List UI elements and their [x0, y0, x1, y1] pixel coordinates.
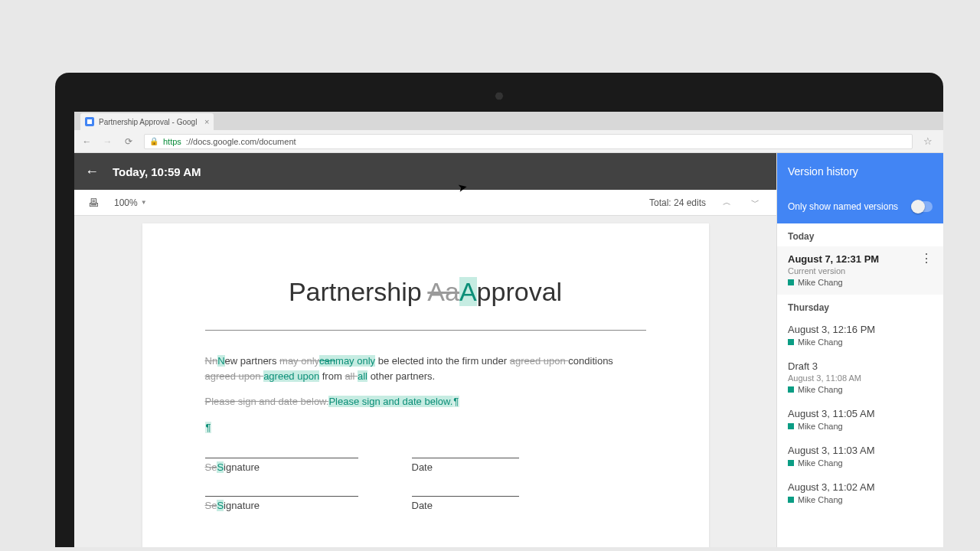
- inserted-struck-text: can: [319, 355, 335, 367]
- version-time: August 3, 11:05 AM: [788, 408, 933, 419]
- deleted-text: Se: [205, 461, 217, 473]
- pilcrow-icon: ¶: [205, 422, 212, 433]
- zoom-value: 100%: [114, 197, 138, 208]
- inserted-text: S: [217, 461, 224, 473]
- deleted-text: all: [345, 370, 358, 382]
- editor-name: Mike Chang: [798, 422, 843, 431]
- version-time: August 7, 12:31 PM: [788, 253, 879, 265]
- date-field: Date: [412, 496, 519, 511]
- document-canvas[interactable]: Partnership AaApproval NnNew partners ma…: [74, 216, 776, 547]
- editor-name: Mike Chang: [798, 278, 843, 287]
- laptop-camera: [496, 93, 503, 99]
- body-text: ignature: [224, 500, 260, 511]
- editor-name: Mike Chang: [798, 337, 843, 347]
- named-versions-toggle-row: Only show named versions: [777, 190, 943, 223]
- reload-icon[interactable]: ⟳: [123, 136, 133, 147]
- back-icon[interactable]: ←: [82, 136, 92, 147]
- version-time: August 3, 11:08 AM: [788, 373, 933, 383]
- toggle-switch[interactable]: [911, 201, 933, 212]
- print-icon[interactable]: 🖶: [88, 197, 99, 209]
- paragraph: NnNew partners may onlycanmay only be el…: [205, 354, 646, 383]
- version-editor: Mike Chang: [788, 385, 933, 394]
- editor-color-chip: [788, 339, 794, 345]
- version-time: August 3, 11:03 AM: [788, 445, 933, 456]
- pilcrow-icon: ¶: [452, 396, 459, 407]
- version-item-current[interactable]: August 7, 12:31 PM ⋮ Current version Mik…: [777, 246, 943, 295]
- back-arrow-icon[interactable]: ←: [85, 164, 99, 180]
- version-item[interactable]: August 3, 11:05 AM Mike Chang: [777, 402, 943, 439]
- body-text: from: [319, 370, 345, 382]
- title-insertion: A: [459, 277, 477, 306]
- document-page: Partnership AaApproval NnNew partners ma…: [142, 223, 709, 547]
- version-item[interactable]: Draft 3 August 3, 11:08 AM Mike Chang: [777, 354, 943, 402]
- version-editor: Mike Chang: [788, 495, 933, 504]
- paragraph: ¶: [205, 420, 646, 435]
- inserted-text: all: [358, 370, 368, 382]
- panel-title: Version history: [777, 153, 943, 190]
- close-icon[interactable]: ×: [204, 117, 209, 126]
- version-name: Draft 3: [788, 360, 933, 372]
- title-text: Partnership: [289, 277, 427, 306]
- inserted-text: S: [217, 500, 224, 511]
- toggle-label: Only show named versions: [788, 201, 898, 212]
- title-deletion: Aa: [427, 277, 459, 306]
- day-group-label: Thursday: [777, 295, 943, 318]
- divider: [205, 330, 646, 331]
- version-editor: Mike Chang: [788, 422, 933, 431]
- editor-name: Mike Chang: [798, 495, 843, 504]
- version-item[interactable]: August 3, 12:16 PM Mike Chang: [777, 318, 943, 354]
- browser-toolbar: ← → ⟳ 🔒 https://docs.google.com/document…: [74, 130, 943, 153]
- next-edit-icon[interactable]: ﹀: [748, 194, 763, 211]
- title-text: pproval: [477, 277, 563, 306]
- editor-color-chip: [788, 386, 794, 393]
- body-text: conditions: [568, 355, 613, 367]
- deleted-text: agreed upon: [510, 355, 569, 367]
- day-group-label: Today: [777, 223, 943, 246]
- signature-row: SeSignature Date: [205, 458, 646, 473]
- version-time: August 3, 12:16 PM: [788, 324, 933, 335]
- version-timestamp: Today, 10:59 AM: [113, 165, 201, 178]
- docs-favicon: [85, 117, 94, 126]
- lock-icon: 🔒: [149, 137, 158, 145]
- document-title: Partnership AaApproval: [205, 277, 646, 307]
- chevron-down-icon: ▼: [141, 199, 147, 206]
- url-path: ://docs.google.com/document: [186, 137, 296, 146]
- more-icon[interactable]: ⋮: [920, 253, 933, 265]
- date-field: Date: [412, 458, 519, 473]
- version-item[interactable]: August 3, 11:02 AM Mike Chang: [777, 475, 943, 512]
- browser-tab[interactable]: Partnership Approval - Googl ×: [80, 113, 214, 130]
- version-item[interactable]: August 3, 11:03 AM Mike Chang: [777, 439, 943, 475]
- inserted-text: N: [217, 355, 224, 367]
- editor-color-chip: [788, 497, 794, 503]
- version-editor: Mike Chang: [788, 278, 933, 287]
- tab-title: Partnership Approval - Googl: [99, 118, 197, 126]
- version-subtitle: Current version: [788, 266, 933, 276]
- editor-color-chip: [788, 460, 794, 466]
- version-history-panel: Version history Only show named versions…: [776, 153, 943, 547]
- body-text: other partners.: [368, 370, 435, 382]
- editor-color-chip: [788, 279, 794, 285]
- inserted-text: agreed upon: [263, 370, 319, 382]
- editor-name: Mike Chang: [798, 458, 843, 468]
- document-toolbar: 🖶 100% ▼ Total: 24 edits ︿ ﹀: [74, 190, 776, 216]
- zoom-dropdown[interactable]: 100% ▼: [114, 197, 147, 208]
- editor-color-chip: [788, 423, 794, 429]
- signature-row: SeSignature Date: [205, 496, 646, 511]
- address-bar[interactable]: 🔒 https://docs.google.com/document: [144, 134, 913, 149]
- forward-icon[interactable]: →: [103, 136, 113, 147]
- browser-tab-strip: Partnership Approval - Googl ×: [74, 112, 943, 130]
- body-text: ew partners: [225, 355, 280, 367]
- version-editor: Mike Chang: [788, 458, 933, 468]
- deleted-text: agreed upon: [205, 370, 264, 382]
- bookmark-icon[interactable]: ☆: [923, 135, 933, 147]
- edit-count-label: Total: 24 edits: [649, 197, 706, 208]
- url-protocol: https: [163, 137, 181, 146]
- version-editor: Mike Chang: [788, 337, 933, 347]
- deleted-text: may only: [279, 355, 319, 367]
- signature-field: SeSignature: [205, 496, 358, 511]
- inserted-text: may only: [335, 355, 375, 367]
- prev-edit-icon[interactable]: ︿: [720, 194, 734, 211]
- deleted-text: Nn: [205, 355, 218, 367]
- body-text: ignature: [224, 461, 260, 473]
- inserted-text: Please sign and date below.: [328, 396, 452, 407]
